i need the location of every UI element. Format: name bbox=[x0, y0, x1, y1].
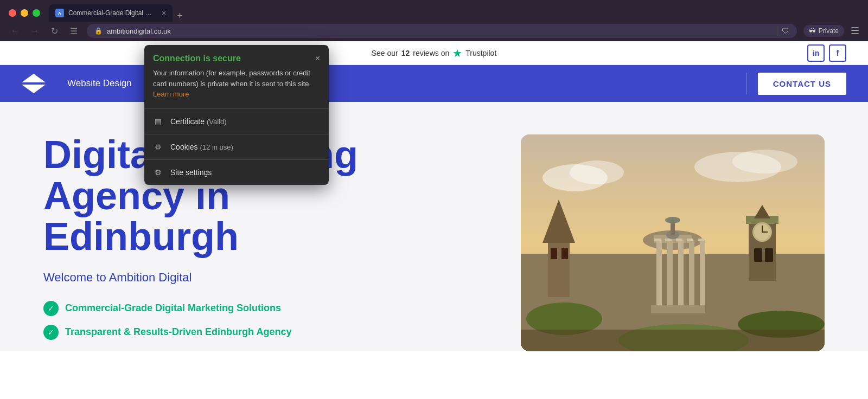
svg-rect-17 bbox=[698, 239, 704, 241]
learn-more-link[interactable]: Learn more bbox=[153, 90, 189, 98]
facebook-icon[interactable]: f bbox=[829, 44, 846, 62]
hero-image bbox=[521, 134, 825, 351]
settings-icon: ⚙ bbox=[153, 168, 163, 177]
private-icon: 🕶 bbox=[809, 27, 815, 35]
lock-icon: 🔒 bbox=[94, 27, 103, 35]
active-tab[interactable]: A Commercial-Grade Digital Mark × bbox=[49, 4, 173, 22]
site-settings-label: Site settings bbox=[170, 168, 212, 177]
hero-feature-2: ✓ Transparent & Results-Driven Edinburgh… bbox=[43, 325, 488, 340]
hero-title-line3: Edinburgh bbox=[43, 215, 239, 258]
svg-rect-15 bbox=[676, 239, 682, 241]
site-settings-menu-item[interactable]: ⚙ Site settings bbox=[144, 160, 329, 185]
svg-rect-13 bbox=[654, 239, 661, 241]
maximize-window-button[interactable] bbox=[33, 9, 40, 17]
cookie-icon: ⚙ bbox=[153, 142, 163, 152]
new-tab-button[interactable]: + bbox=[177, 10, 183, 22]
security-popup: Connection is secure × Your information … bbox=[144, 45, 329, 185]
popup-body: Your information (for example, passwords… bbox=[144, 68, 329, 108]
svg-point-2 bbox=[570, 160, 624, 184]
popup-title: Connection is secure bbox=[153, 54, 241, 63]
traffic-lights bbox=[9, 9, 40, 17]
contact-us-button[interactable]: CONTACT US bbox=[758, 73, 846, 95]
svg-rect-9 bbox=[667, 240, 673, 305]
tab-close-button[interactable]: × bbox=[162, 9, 166, 17]
svg-rect-14 bbox=[665, 239, 672, 241]
svg-point-4 bbox=[732, 150, 797, 173]
bookmark-button[interactable]: ☰ bbox=[67, 26, 80, 36]
checkmark-icon-2: ✓ bbox=[43, 325, 59, 340]
hero-section: Digital Marketing Agency in Edinburgh We… bbox=[0, 102, 868, 351]
trustpilot-prefix: See our bbox=[372, 49, 398, 57]
address-bar[interactable]: 🔒 ambitiondigital.co.uk 🛡 bbox=[87, 24, 797, 38]
tab-title: Commercial-Grade Digital Mark bbox=[68, 9, 155, 17]
svg-rect-38 bbox=[521, 330, 825, 351]
svg-rect-8 bbox=[656, 240, 662, 305]
linkedin-icon[interactable]: in bbox=[807, 44, 825, 62]
close-window-button[interactable] bbox=[9, 9, 16, 17]
trustpilot-banner: See our 12 reviews on ★ Trustpilot bbox=[372, 47, 497, 60]
svg-rect-12 bbox=[700, 240, 705, 305]
top-bar: See our 12 reviews on ★ Trustpilot in f bbox=[0, 41, 868, 65]
trustpilot-middle: reviews on bbox=[413, 49, 449, 57]
trustpilot-count: 12 bbox=[401, 49, 410, 57]
brave-shield-icon[interactable]: 🛡 bbox=[782, 27, 789, 35]
trustpilot-logo: Trustpilot bbox=[465, 49, 496, 57]
svg-rect-16 bbox=[687, 239, 693, 241]
svg-rect-18 bbox=[651, 305, 705, 313]
feature-text-2: Transparent & Results-Driven Edinburgh A… bbox=[65, 326, 291, 338]
popup-body-text: Your information (for example, passwords… bbox=[153, 69, 311, 88]
certificate-sub: (Valid) bbox=[207, 118, 227, 126]
svg-rect-25 bbox=[561, 248, 568, 259]
website-content: See our 12 reviews on ★ Trustpilot in f … bbox=[0, 41, 868, 351]
social-icons: in f bbox=[807, 44, 846, 62]
private-label: Private bbox=[819, 27, 839, 35]
cookies-label: Cookies (12 in use) bbox=[170, 143, 233, 151]
certificate-label: Certificate (Valid) bbox=[170, 117, 227, 126]
svg-rect-24 bbox=[551, 248, 557, 259]
svg-rect-10 bbox=[678, 240, 684, 305]
private-mode-badge: 🕶 Private bbox=[803, 25, 844, 37]
divider bbox=[777, 26, 777, 36]
certificate-menu-item[interactable]: ▤ Certificate (Valid) bbox=[144, 109, 329, 134]
chevron-down-icon bbox=[22, 85, 46, 93]
certificate-icon: ▤ bbox=[153, 117, 163, 126]
cookies-sub: (12 in use) bbox=[200, 143, 233, 151]
hero-subtitle: Welcome to Ambition Digital bbox=[43, 271, 488, 285]
tab-favicon: A bbox=[55, 9, 64, 17]
minimize-window-button[interactable] bbox=[21, 9, 28, 17]
hero-feature-1: ✓ Commercial-Grade Digital Marketing Sol… bbox=[43, 301, 488, 316]
trustpilot-star-icon: ★ bbox=[452, 47, 462, 60]
cookies-menu-item[interactable]: ⚙ Cookies (12 in use) bbox=[144, 134, 329, 159]
reload-button[interactable]: ↻ bbox=[48, 26, 61, 36]
popup-header: Connection is secure × bbox=[144, 45, 329, 68]
popup-close-button[interactable]: × bbox=[315, 54, 320, 63]
navigation-bar: Website Design About Resources CONTACT U… bbox=[0, 65, 868, 102]
browser-menu-button[interactable]: ☰ bbox=[851, 25, 859, 37]
checkmark-icon-1: ✓ bbox=[43, 301, 59, 316]
svg-rect-34 bbox=[765, 248, 773, 262]
svg-rect-33 bbox=[754, 248, 762, 262]
address-bar-row: ← → ↻ ☰ 🔒 ambitiondigital.co.uk 🛡 🕶 Priv… bbox=[0, 21, 868, 41]
svg-rect-11 bbox=[689, 240, 694, 305]
browser-chrome: A Commercial-Grade Digital Mark × + ← → … bbox=[0, 0, 868, 351]
chevron-up-icon bbox=[22, 74, 46, 82]
site-logo[interactable] bbox=[22, 74, 46, 93]
nav-link-website-design[interactable]: Website Design bbox=[67, 78, 132, 89]
back-button[interactable]: ← bbox=[9, 26, 22, 36]
forward-button[interactable]: → bbox=[28, 26, 41, 36]
url-text: ambitiondigital.co.uk bbox=[107, 27, 773, 35]
svg-point-21 bbox=[665, 217, 680, 223]
nav-separator bbox=[746, 73, 747, 94]
browser-tabs: A Commercial-Grade Digital Mark × + bbox=[49, 4, 859, 22]
feature-text-1: Commercial-Grade Digital Marketing Solut… bbox=[65, 303, 281, 314]
